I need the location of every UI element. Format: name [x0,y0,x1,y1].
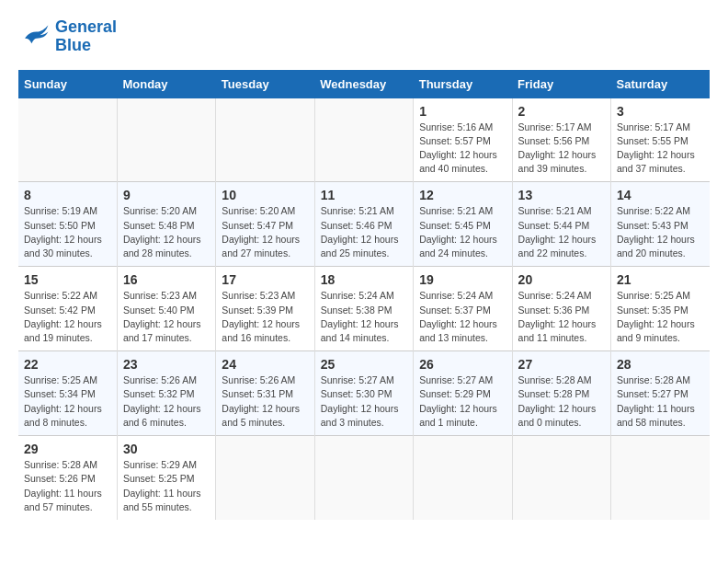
day-cell: 29 Sunrise: 5:28 AMSunset: 5:26 PMDaylig… [18,436,117,520]
day-cell: 1 Sunrise: 5:16 AMSunset: 5:57 PMDayligh… [414,98,512,182]
day-number: 23 [123,357,210,372]
day-info: Sunrise: 5:28 AMSunset: 5:27 PMDaylight:… [617,373,704,430]
day-number: 24 [222,357,308,372]
empty-day-cell [314,436,413,520]
day-info: Sunrise: 5:28 AMSunset: 5:26 PMDaylight:… [24,458,111,514]
day-number: 19 [419,272,506,287]
calendar-week-row: 22 Sunrise: 5:25 AMSunset: 5:34 PMDaylig… [18,351,710,436]
day-info: Sunrise: 5:23 AMSunset: 5:40 PMDaylight:… [123,289,210,345]
day-info: Sunrise: 5:28 AMSunset: 5:28 PMDaylight:… [518,373,605,430]
day-info: Sunrise: 5:23 AMSunset: 5:39 PMDaylight:… [222,289,308,345]
logo-icon [18,20,51,53]
day-cell: 8 Sunrise: 5:19 AMSunset: 5:50 PMDayligh… [18,182,117,267]
day-info: Sunrise: 5:25 AMSunset: 5:34 PMDaylight:… [24,373,111,430]
day-number: 26 [419,357,506,372]
day-number: 15 [24,272,111,287]
day-number: 21 [617,272,704,287]
day-number: 28 [617,357,704,372]
weekday-header-friday: Friday [512,70,610,98]
day-info: Sunrise: 5:25 AMSunset: 5:35 PMDaylight:… [617,289,704,345]
day-number: 13 [518,188,605,202]
day-info: Sunrise: 5:21 AMSunset: 5:44 PMDaylight:… [518,204,605,260]
day-info: Sunrise: 5:16 AMSunset: 5:57 PMDaylight:… [419,121,506,177]
empty-day-cell [18,98,117,182]
day-info: Sunrise: 5:22 AMSunset: 5:43 PMDaylight:… [617,204,704,260]
day-number: 3 [617,104,704,119]
day-cell: 20 Sunrise: 5:24 AMSunset: 5:36 PMDaylig… [512,267,610,351]
empty-day-cell [414,436,512,520]
empty-day-cell [611,436,710,520]
empty-day-cell [216,436,314,520]
day-cell: 28 Sunrise: 5:28 AMSunset: 5:27 PMDaylig… [611,351,710,436]
calendar-week-row: 15 Sunrise: 5:22 AMSunset: 5:42 PMDaylig… [18,267,710,351]
day-info: Sunrise: 5:26 AMSunset: 5:31 PMDaylight:… [222,373,308,430]
day-cell: 17 Sunrise: 5:23 AMSunset: 5:39 PMDaylig… [216,267,314,351]
page-header: General Blue [18,18,710,55]
day-number: 18 [321,272,407,287]
calendar-week-row: 29 Sunrise: 5:28 AMSunset: 5:26 PMDaylig… [18,436,710,520]
day-number: 8 [24,188,111,202]
day-cell: 9 Sunrise: 5:20 AMSunset: 5:48 PMDayligh… [117,182,215,267]
day-info: Sunrise: 5:22 AMSunset: 5:42 PMDaylight:… [24,289,111,345]
day-info: Sunrise: 5:17 AMSunset: 5:56 PMDaylight:… [518,121,605,177]
day-number: 22 [24,357,111,372]
day-cell: 27 Sunrise: 5:28 AMSunset: 5:28 PMDaylig… [512,351,610,436]
day-number: 16 [123,272,210,287]
day-number: 27 [518,357,605,372]
day-number: 12 [419,188,506,202]
day-number: 20 [518,272,605,287]
day-info: Sunrise: 5:24 AMSunset: 5:37 PMDaylight:… [419,289,506,345]
day-info: Sunrise: 5:27 AMSunset: 5:30 PMDaylight:… [321,373,407,430]
empty-day-cell [216,98,314,182]
logo-text: General Blue [55,18,117,55]
day-cell: 10 Sunrise: 5:20 AMSunset: 5:47 PMDaylig… [216,182,314,267]
day-number: 30 [123,442,210,456]
day-cell: 13 Sunrise: 5:21 AMSunset: 5:44 PMDaylig… [512,182,610,267]
day-number: 14 [617,188,704,202]
calendar-week-row: 8 Sunrise: 5:19 AMSunset: 5:50 PMDayligh… [18,182,710,267]
day-cell: 21 Sunrise: 5:25 AMSunset: 5:35 PMDaylig… [611,267,710,351]
logo: General Blue [18,18,117,55]
day-number: 11 [321,188,407,202]
day-cell: 18 Sunrise: 5:24 AMSunset: 5:38 PMDaylig… [314,267,413,351]
day-info: Sunrise: 5:24 AMSunset: 5:38 PMDaylight:… [321,289,407,345]
weekday-header-tuesday: Tuesday [216,70,314,98]
day-info: Sunrise: 5:20 AMSunset: 5:47 PMDaylight:… [222,204,308,260]
day-cell: 22 Sunrise: 5:25 AMSunset: 5:34 PMDaylig… [18,351,117,436]
day-cell: 24 Sunrise: 5:26 AMSunset: 5:31 PMDaylig… [216,351,314,436]
day-info: Sunrise: 5:26 AMSunset: 5:32 PMDaylight:… [123,373,210,430]
day-cell: 11 Sunrise: 5:21 AMSunset: 5:46 PMDaylig… [314,182,413,267]
day-cell: 26 Sunrise: 5:27 AMSunset: 5:29 PMDaylig… [414,351,512,436]
calendar-table: SundayMondayTuesdayWednesdayThursdayFrid… [18,70,710,520]
day-info: Sunrise: 5:19 AMSunset: 5:50 PMDaylight:… [24,204,111,260]
empty-day-cell [117,98,215,182]
empty-day-cell [314,98,413,182]
day-cell: 30 Sunrise: 5:29 AMSunset: 5:25 PMDaylig… [117,436,215,520]
day-cell: 15 Sunrise: 5:22 AMSunset: 5:42 PMDaylig… [18,267,117,351]
day-number: 9 [123,188,210,202]
day-cell: 3 Sunrise: 5:17 AMSunset: 5:55 PMDayligh… [611,98,710,182]
day-cell: 14 Sunrise: 5:22 AMSunset: 5:43 PMDaylig… [611,182,710,267]
day-number: 2 [518,104,605,119]
day-cell: 25 Sunrise: 5:27 AMSunset: 5:30 PMDaylig… [314,351,413,436]
weekday-header-saturday: Saturday [611,70,710,98]
day-number: 10 [222,188,308,202]
weekday-header-thursday: Thursday [414,70,512,98]
weekday-header-wednesday: Wednesday [314,70,413,98]
calendar-week-row: 1 Sunrise: 5:16 AMSunset: 5:57 PMDayligh… [18,98,710,182]
day-cell: 2 Sunrise: 5:17 AMSunset: 5:56 PMDayligh… [512,98,610,182]
weekday-header-sunday: Sunday [18,70,117,98]
weekday-header-monday: Monday [117,70,215,98]
day-info: Sunrise: 5:24 AMSunset: 5:36 PMDaylight:… [518,289,605,345]
day-number: 29 [24,442,111,456]
day-number: 17 [222,272,308,287]
day-info: Sunrise: 5:27 AMSunset: 5:29 PMDaylight:… [419,373,506,430]
day-cell: 19 Sunrise: 5:24 AMSunset: 5:37 PMDaylig… [414,267,512,351]
day-info: Sunrise: 5:20 AMSunset: 5:48 PMDaylight:… [123,204,210,260]
day-info: Sunrise: 5:29 AMSunset: 5:25 PMDaylight:… [123,458,210,514]
day-cell: 23 Sunrise: 5:26 AMSunset: 5:32 PMDaylig… [117,351,215,436]
empty-day-cell [512,436,610,520]
day-info: Sunrise: 5:21 AMSunset: 5:45 PMDaylight:… [419,204,506,260]
day-info: Sunrise: 5:17 AMSunset: 5:55 PMDaylight:… [617,121,704,177]
day-cell: 12 Sunrise: 5:21 AMSunset: 5:45 PMDaylig… [414,182,512,267]
